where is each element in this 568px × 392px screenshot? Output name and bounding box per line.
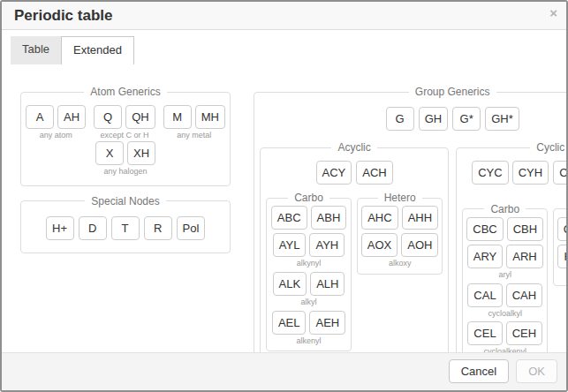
group-generic-chc-button[interactable]: CHC bbox=[557, 217, 568, 241]
group-generic-alh-button[interactable]: ALH bbox=[310, 272, 345, 296]
generic-group: CHC CHH bbox=[557, 217, 568, 241]
atom-generics-row-2: X XH any halogen bbox=[27, 141, 224, 177]
group-generic-gh-button[interactable]: GH bbox=[419, 107, 449, 131]
group-generic-g-button[interactable]: G bbox=[386, 107, 414, 131]
group-generic-cal-button[interactable]: CAL bbox=[467, 283, 502, 307]
special-node-d-button[interactable]: D bbox=[79, 216, 107, 240]
group-generic-ayh-button[interactable]: AYH bbox=[309, 233, 345, 257]
group-generic-ceh-button[interactable]: CEH bbox=[506, 321, 542, 345]
special-nodes-row: H+ D T R Pol bbox=[27, 216, 224, 240]
atom-generics-row-1: A AH any atom Q QH except C or H bbox=[27, 105, 224, 140]
generic-caption: alkenyl bbox=[297, 336, 322, 346]
aryl-group: ARY ARH aryl bbox=[466, 245, 543, 280]
group-generic-cxx-button[interactable]: CXX bbox=[553, 161, 568, 185]
group-generic-ary-button[interactable]: ARY bbox=[467, 245, 504, 268]
except-c-or-h-group: Q QH except C or H bbox=[94, 105, 155, 140]
cycloalkyl-group: CAL CAH cycloalkyl bbox=[466, 283, 543, 319]
group-generic-aoh-button[interactable]: AOH bbox=[401, 233, 438, 257]
alkoxy-group: AOX AOH alkoxy bbox=[361, 233, 438, 268]
acyclic-legend: Acyclic bbox=[331, 141, 376, 154]
special-node-t-button[interactable]: T bbox=[111, 216, 140, 240]
atom-generic-a-button[interactable]: A bbox=[26, 105, 54, 129]
group-generic-ghstar-button[interactable]: GH* bbox=[485, 107, 519, 131]
generic-caption: any atom bbox=[40, 131, 72, 140]
atom-generic-q-button[interactable]: Q bbox=[94, 105, 122, 129]
generic-caption: alkyl bbox=[301, 298, 317, 307]
group-generic-abh-button[interactable]: ABH bbox=[311, 206, 347, 230]
atom-generic-mh-button[interactable]: MH bbox=[195, 105, 225, 129]
atom-generic-x-button[interactable]: X bbox=[95, 141, 124, 165]
generic-group: ABC ABH bbox=[270, 206, 347, 230]
group-generic-cbh-button[interactable]: CBH bbox=[507, 217, 543, 241]
group-generic-gstar-button[interactable]: G* bbox=[452, 107, 481, 131]
group-generic-cyc-button[interactable]: CYC bbox=[472, 161, 508, 185]
cyclic-fieldset: Cyclic CYC CYH CXX bbox=[456, 141, 568, 371]
atom-generic-ah-button[interactable]: AH bbox=[57, 105, 86, 129]
atom-generics-fieldset: Atom Generics A AH any atom Q QH bbox=[20, 86, 231, 186]
special-node-hplus-button[interactable]: H+ bbox=[46, 216, 74, 240]
acyclic-carbo-legend: Carbo bbox=[288, 192, 329, 204]
generic-group: CYC CYH bbox=[472, 161, 549, 196]
group-generics-top-row: G GH G* GH* bbox=[260, 107, 568, 131]
atom-generic-qh-button[interactable]: QH bbox=[125, 105, 155, 129]
acyclic-fieldset: Acyclic ACY ACH Carbo ABC bbox=[260, 141, 449, 371]
tab-extended[interactable]: Extended bbox=[61, 36, 134, 64]
generic-caption: cycloalkyl bbox=[488, 309, 522, 319]
group-generic-ach-button[interactable]: ACH bbox=[356, 161, 392, 185]
alkyl-group: ALK ALH alkyl bbox=[270, 272, 347, 307]
dialog-content: Atom Generics A AH any atom Q QH bbox=[2, 64, 566, 379]
generic-caption: any metal bbox=[177, 131, 211, 140]
cyclic-carbo-legend: Carbo bbox=[484, 203, 526, 215]
alkenyl-group: AEL AEH alkenyl bbox=[270, 311, 347, 346]
cyclic-top-row: CYC CYH CXX CXH no carbon bbox=[462, 161, 568, 196]
group-generic-ayl-button[interactable]: AYL bbox=[273, 233, 307, 257]
group-generic-ahc-button[interactable]: AHC bbox=[361, 206, 398, 230]
cyclic-hetero-fieldset: Hetero CHC CHH HAR bbox=[553, 203, 568, 286]
cancel-button[interactable]: Cancel bbox=[449, 359, 509, 383]
dialog-footer: Cancel OK bbox=[2, 352, 566, 390]
group-generic-cbc-button[interactable]: CBC bbox=[466, 217, 503, 241]
cyclic-carbo-fieldset: Carbo CBC CBH ARY bbox=[462, 203, 548, 363]
dialog-header: Periodic table × bbox=[2, 2, 566, 30]
cyclic-subsections: Carbo CBC CBH ARY bbox=[462, 203, 568, 363]
hetero-aryl-group: HAR HAH hetero aryl bbox=[557, 245, 568, 280]
group-generic-har-button[interactable]: HAR bbox=[557, 245, 568, 268]
group-generic-aox-button[interactable]: AOX bbox=[361, 233, 398, 257]
dialog-title: Periodic table bbox=[14, 7, 112, 25]
generic-caption: aryl bbox=[498, 270, 511, 280]
atom-generic-xh-button[interactable]: XH bbox=[127, 141, 155, 165]
group-generic-cel-button[interactable]: CEL bbox=[467, 321, 502, 345]
group-generic-acy-button[interactable]: ACY bbox=[316, 161, 352, 185]
generic-caption: any halogen bbox=[103, 167, 147, 177]
group-generic-cah-button[interactable]: CAH bbox=[506, 283, 542, 307]
atom-generics-legend: Atom Generics bbox=[84, 86, 166, 98]
atom-generic-m-button[interactable]: M bbox=[163, 105, 192, 129]
acyclic-hetero-legend: Hetero bbox=[378, 192, 422, 204]
group-generic-aeh-button[interactable]: AEH bbox=[309, 311, 345, 335]
special-nodes-legend: Special Nodes bbox=[85, 195, 165, 207]
special-node-r-button[interactable]: R bbox=[144, 216, 172, 240]
acyclic-subsections: Carbo ABC ABH AYL bbox=[266, 192, 443, 351]
group-generics-subsections: Acyclic ACY ACH Carbo ABC bbox=[260, 141, 568, 371]
acyclic-hetero-fieldset: Hetero AHC AHH AOX bbox=[357, 192, 443, 275]
no-carbon-group: CXX CXH no carbon bbox=[553, 161, 568, 196]
ok-button[interactable]: OK bbox=[516, 359, 557, 383]
any-atom-group: A AH any atom bbox=[26, 105, 86, 140]
group-generics-fieldset: Group Generics G GH G* GH* Acyclic ACY A… bbox=[254, 86, 568, 379]
generic-caption: alkynyl bbox=[297, 259, 322, 268]
group-generic-ael-button[interactable]: AEL bbox=[272, 311, 307, 335]
acyclic-top-row: ACY ACH bbox=[266, 161, 443, 185]
special-node-pol-button[interactable]: Pol bbox=[177, 216, 206, 240]
generic-caption: alkoxy bbox=[389, 259, 412, 268]
group-generic-abc-button[interactable]: ABC bbox=[271, 206, 307, 230]
right-column: Group Generics G GH G* GH* Acyclic ACY A… bbox=[254, 86, 568, 379]
group-generic-alk-button[interactable]: ALK bbox=[273, 272, 307, 296]
acyclic-carbo-fieldset: Carbo ABC ABH AYL bbox=[266, 192, 352, 351]
group-generic-ahh-button[interactable]: AHH bbox=[402, 206, 438, 230]
tab-table[interactable]: Table bbox=[11, 36, 61, 64]
generic-group: CBC CBH bbox=[466, 217, 543, 241]
close-icon[interactable]: × bbox=[549, 6, 557, 19]
group-generic-arh-button[interactable]: ARH bbox=[506, 245, 542, 268]
generic-group: AHC AHH bbox=[361, 206, 438, 230]
group-generic-cyh-button[interactable]: CYH bbox=[512, 161, 549, 185]
